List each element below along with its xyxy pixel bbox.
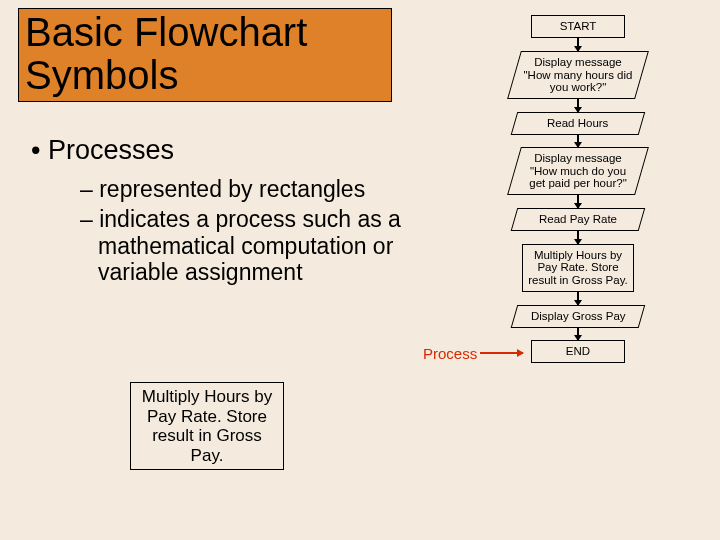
body-text: Processes represented by rectangles indi… [28, 135, 438, 290]
sub-bullet-2: indicates a process such as a mathematic… [28, 206, 438, 285]
bullet-processes: Processes [28, 135, 438, 166]
flow-display-msg-2: Display message "How much do you get pai… [507, 147, 649, 195]
arrow-icon [577, 327, 579, 340]
flow-display-gross: Display Gross Pay [511, 305, 645, 328]
example-process-box: Multiply Hours by Pay Rate. Store result… [130, 382, 284, 470]
slide-title: Basic Flowchart Symbols [25, 11, 385, 97]
process-label: Process [423, 345, 477, 362]
flow-start: START [531, 15, 625, 38]
slide: Basic Flowchart Symbols Processes repres… [0, 0, 720, 540]
flow-multiply: Multiply Hours by Pay Rate. Store result… [522, 244, 634, 292]
arrow-icon [577, 195, 579, 208]
arrow-icon [577, 99, 579, 112]
arrow-icon [577, 231, 579, 244]
flow-read-pay-rate: Read Pay Rate [511, 208, 645, 231]
flow-read-hours: Read Hours [511, 112, 645, 135]
arrow-icon [577, 134, 579, 147]
title-box: Basic Flowchart Symbols [18, 8, 392, 102]
sub-bullet-1: represented by rectangles [28, 176, 438, 202]
flowchart: START Display message "How many hours di… [493, 15, 663, 363]
flow-display-msg-1: Display message "How many hours did you … [507, 51, 649, 99]
arrow-icon [577, 38, 579, 51]
flow-end: END [531, 340, 625, 363]
arrow-icon [577, 292, 579, 305]
